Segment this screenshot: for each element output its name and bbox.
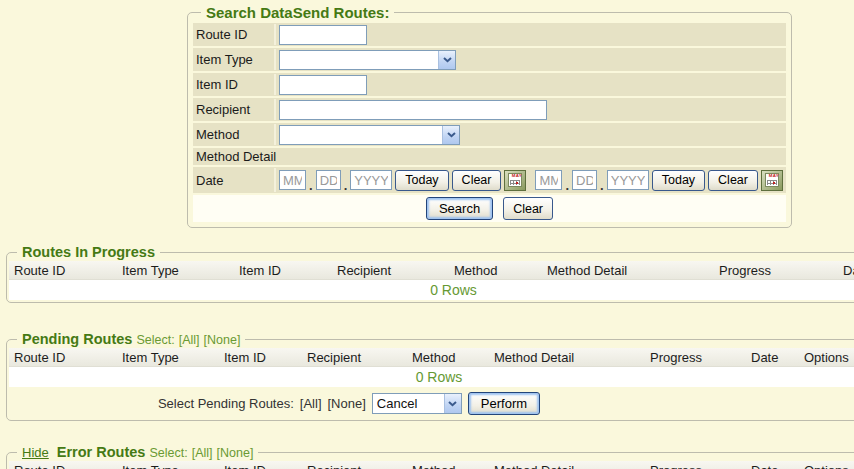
pending-action-select-value: Cancel <box>373 396 421 411</box>
select-none-link[interactable]: [None] <box>217 446 254 460</box>
col-method-detail: Method Detail <box>489 348 645 366</box>
calendar-icon[interactable]: MAY <box>761 170 783 191</box>
pending-action-label: Select Pending Routes: <box>158 396 294 411</box>
start-date-today-button[interactable]: Today <box>395 170 448 191</box>
item-type-row: Item Type <box>193 48 786 71</box>
col-method: Method <box>407 461 489 469</box>
table-header-row: Route ID Item Type Item ID Recipient Met… <box>9 261 854 280</box>
pending-routes-table: Route ID Item Type Item ID Recipient Met… <box>9 348 854 387</box>
date-label: Date <box>196 168 276 192</box>
col-method: Method <box>449 261 542 279</box>
date-separator: . <box>600 181 604 191</box>
date-separator: . <box>565 181 569 191</box>
end-date-month-input[interactable] <box>535 170 562 190</box>
col-method-detail: Method Detail <box>489 461 645 469</box>
page: { "colors": { "page_background": "#FAF8D… <box>0 0 854 469</box>
date-separator: . <box>344 181 348 191</box>
col-recipient: Recipient <box>302 461 407 469</box>
select-all-link[interactable]: [All] <box>179 333 200 347</box>
pending-routes-section: Pending Routes Select: [All] [None] Rout… <box>6 331 854 421</box>
select-all-link[interactable]: [All] <box>192 446 213 460</box>
start-date-month-input[interactable] <box>279 170 306 190</box>
col-item-type: Item Type <box>117 461 219 469</box>
col-date: Date <box>746 461 799 469</box>
col-recipient: Recipient <box>302 348 407 366</box>
end-date-day-input[interactable] <box>572 170 597 190</box>
search-form-title: Search DataSend Routes: <box>206 4 389 21</box>
col-date: Date <box>838 261 854 279</box>
col-options: Options <box>799 461 854 469</box>
calendar-icon[interactable]: MAY <box>504 170 526 191</box>
date-separator: . <box>309 181 313 191</box>
col-route-id: Route ID <box>9 461 117 469</box>
method-select[interactable] <box>279 125 460 145</box>
routes-in-progress-section: Routes In Progress Route ID Item Type It… <box>6 244 854 303</box>
col-method-detail: Method Detail <box>542 261 714 279</box>
table-header-row: Route ID Item Type Item ID Recipient Met… <box>9 461 854 469</box>
search-form-legend: Search DataSend Routes: <box>201 4 394 21</box>
item-id-label: Item ID <box>196 74 276 95</box>
empty-rows-indicator: 0 Rows <box>9 280 854 300</box>
item-type-select[interactable] <box>279 50 456 70</box>
chevron-down-icon <box>438 51 455 69</box>
calendar-month-label: MAY <box>512 174 519 177</box>
calendar-month-label: MAY <box>769 174 776 177</box>
date-row: Date . . Today Clear MAY . . Toda <box>193 167 786 193</box>
route-id-input[interactable] <box>279 25 367 45</box>
recipient-input[interactable] <box>279 100 547 120</box>
pending-action-none-link[interactable]: [None] <box>328 396 366 411</box>
col-route-id: Route ID <box>9 348 117 366</box>
item-type-label: Item Type <box>196 49 276 70</box>
col-options: Options <box>799 348 854 366</box>
method-detail-row: Method Detail <box>193 148 786 165</box>
end-date-year-input[interactable] <box>607 170 649 190</box>
chevron-down-icon <box>444 394 461 413</box>
col-item-type: Item Type <box>117 261 234 279</box>
pending-routes-legend: Pending Routes Select: [All] [None] <box>17 331 245 347</box>
select-label: Select: <box>136 333 174 347</box>
col-method: Method <box>407 348 489 366</box>
col-progress: Progress <box>645 461 746 469</box>
end-date-clear-button[interactable]: Clear <box>708 170 758 191</box>
select-label: Select: <box>149 446 187 460</box>
error-routes-legend: Hide Error Routes Select: [All] [None] <box>17 444 258 460</box>
col-item-type: Item Type <box>117 348 219 366</box>
col-recipient: Recipient <box>332 261 449 279</box>
item-id-row: Item ID <box>193 73 786 96</box>
start-date-clear-button[interactable]: Clear <box>452 170 502 191</box>
error-routes-title: Error Routes <box>57 444 146 460</box>
col-route-id: Route ID <box>9 261 117 279</box>
chevron-down-icon <box>442 126 459 144</box>
hide-link[interactable]: Hide <box>22 445 49 460</box>
recipient-row: Recipient <box>193 98 786 121</box>
col-date: Date <box>746 348 799 366</box>
perform-button[interactable]: Perform <box>468 392 540 415</box>
routes-in-progress-title: Routes In Progress <box>22 244 155 260</box>
clear-form-button[interactable]: Clear <box>503 197 553 220</box>
pending-action-select[interactable]: Cancel <box>372 393 462 414</box>
pending-action-all-link[interactable]: [All] <box>300 396 322 411</box>
routes-in-progress-table: Route ID Item Type Item ID Recipient Met… <box>9 261 854 300</box>
error-routes-table: Route ID Item Type Item ID Recipient Met… <box>9 461 854 469</box>
method-detail-label: Method Detail <box>196 149 783 164</box>
item-id-input[interactable] <box>279 75 367 95</box>
routes-in-progress-legend: Routes In Progress <box>17 244 160 260</box>
method-label: Method <box>196 124 276 145</box>
method-row: Method <box>193 123 786 146</box>
col-progress: Progress <box>645 348 746 366</box>
start-date-year-input[interactable] <box>350 170 392 190</box>
table-header-row: Route ID Item Type Item ID Recipient Met… <box>9 348 854 367</box>
start-date-day-input[interactable] <box>316 170 341 190</box>
empty-rows-indicator: 0 Rows <box>9 367 854 387</box>
select-none-link[interactable]: [None] <box>204 333 241 347</box>
search-button[interactable]: Search <box>426 197 493 220</box>
recipient-label: Recipient <box>196 99 276 120</box>
end-date-today-button[interactable]: Today <box>652 170 705 191</box>
pending-action-row: Select Pending Routes: [All] [None] Canc… <box>9 391 689 416</box>
col-item-id: Item ID <box>219 461 302 469</box>
route-id-row: Route ID <box>193 23 786 46</box>
search-datasend-routes-form: Search DataSend Routes: Route ID Item Ty… <box>187 4 792 228</box>
error-routes-section: Hide Error Routes Select: [All] [None] R… <box>6 444 854 469</box>
col-item-id: Item ID <box>219 348 302 366</box>
route-id-label: Route ID <box>196 24 276 45</box>
